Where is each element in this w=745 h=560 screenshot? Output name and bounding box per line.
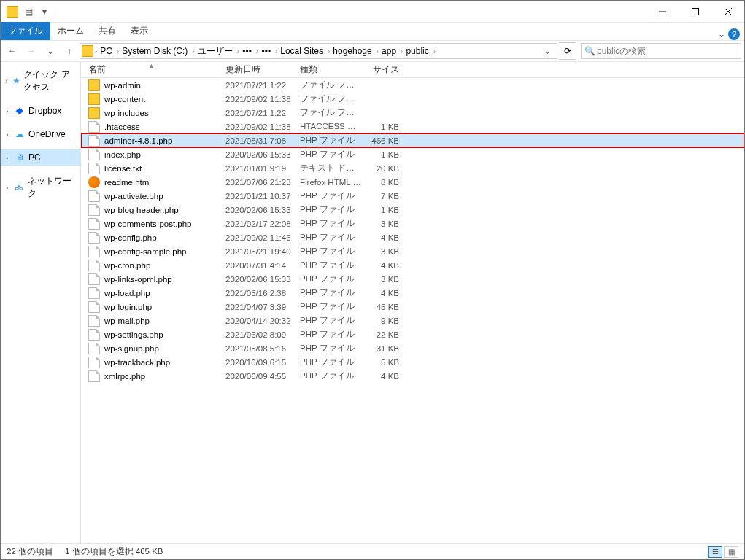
breadcrumb-dropdown[interactable]: ⌄: [539, 46, 555, 56]
chevron-right-icon[interactable]: ›: [4, 184, 10, 192]
file-icon: [88, 370, 100, 382]
file-icon: [88, 329, 100, 341]
minimize-button[interactable]: [646, 1, 679, 23]
table-row[interactable]: wp-blog-header.php2020/02/06 15:33PHP ファ…: [81, 203, 744, 217]
table-row[interactable]: xmlrpc.php2020/06/09 4:55PHP ファイル4 KB: [81, 369, 744, 383]
qat-properties-icon[interactable]: ▤: [23, 6, 34, 18]
qat-chevron-icon[interactable]: ▾: [39, 6, 50, 18]
file-name: wp-includes: [104, 109, 149, 117]
table-row[interactable]: wp-config.php2021/09/02 11:46PHP ファイル4 K…: [81, 230, 744, 244]
file-icon: [88, 218, 100, 230]
table-row[interactable]: wp-signup.php2021/05/08 5:16PHP ファイル31 K…: [81, 341, 744, 355]
breadcrumb-segment[interactable]: app: [379, 46, 401, 56]
table-row[interactable]: wp-load.php2021/05/16 2:38PHP ファイル4 KB: [81, 286, 744, 300]
file-size: 1 KB: [363, 150, 404, 159]
file-type: PHP ファイル: [300, 204, 363, 215]
table-row[interactable]: wp-cron.php2020/07/31 4:14PHP ファイル4 KB: [81, 258, 744, 272]
table-row[interactable]: wp-admin2021/07/21 1:22ファイル フォルダー: [81, 78, 744, 92]
file-name: wp-config.php: [104, 233, 157, 242]
column-date[interactable]: 更新日時: [225, 63, 300, 76]
table-row[interactable]: wp-content2021/09/02 11:38ファイル フォルダー: [81, 92, 744, 106]
table-row[interactable]: wp-config-sample.php2021/05/21 19:40PHP …: [81, 244, 744, 258]
refresh-button[interactable]: ⟳: [559, 42, 576, 60]
table-row[interactable]: wp-activate.php2021/01/21 10:37PHP ファイル7…: [81, 189, 744, 203]
breadcrumb[interactable]: › PC›System Disk (C:)›ユーザー›▪▪▪›▪▪▪›Local…: [80, 43, 557, 59]
file-name: wp-admin: [104, 81, 141, 90]
file-type: ファイル フォルダー: [300, 93, 363, 104]
forward-button[interactable]: →: [23, 42, 40, 60]
titlebar[interactable]: ▤ ▾: [1, 1, 744, 23]
breadcrumb-segment[interactable]: Local Sites: [277, 46, 328, 56]
chevron-right-icon[interactable]: ›: [4, 154, 11, 162]
table-row[interactable]: license.txt2021/01/01 9:19テキスト ドキュメント20 …: [81, 161, 744, 175]
table-row[interactable]: wp-trackback.php2020/10/09 6:15PHP ファイル5…: [81, 355, 744, 369]
table-row[interactable]: wp-mail.php2020/04/14 20:32PHP ファイル9 KB: [81, 314, 744, 327]
ribbon-expand-icon[interactable]: ⌄: [718, 29, 725, 39]
file-name: adminer-4.8.1.php: [104, 136, 172, 145]
breadcrumb-segment[interactable]: ▪▪▪: [258, 46, 275, 56]
column-name[interactable]: 名前: [88, 63, 225, 76]
table-row[interactable]: wp-comments-post.php2021/02/17 22:08PHP …: [81, 217, 744, 230]
up-button[interactable]: ↑: [61, 42, 78, 60]
chevron-right-icon[interactable]: ›: [4, 131, 11, 139]
file-type: PHP ファイル: [300, 370, 363, 381]
details-view-button[interactable]: ☰: [708, 546, 722, 558]
sidebar-item-label: Dropbox: [28, 106, 61, 116]
breadcrumb-segment[interactable]: ▪▪▪: [239, 46, 256, 56]
breadcrumb-segment[interactable]: PC: [97, 46, 117, 56]
breadcrumb-segment[interactable]: hogehoge: [330, 46, 376, 56]
tab-file[interactable]: ファイル: [1, 22, 50, 40]
table-row[interactable]: wp-login.php2021/04/07 3:39PHP ファイル45 KB: [81, 300, 744, 314]
table-row[interactable]: wp-includes2021/07/21 1:22ファイル フォルダー: [81, 106, 744, 120]
file-date: 2021/01/01 9:19: [225, 164, 300, 173]
search-box[interactable]: 🔍: [581, 43, 741, 59]
file-type: PHP ファイル: [300, 260, 363, 271]
file-date: 2021/04/07 3:39: [225, 303, 300, 311]
table-row[interactable]: adminer-4.8.1.php2021/08/31 7:08PHP ファイル…: [81, 133, 744, 147]
file-name: wp-cron.php: [104, 261, 150, 270]
search-input[interactable]: [595, 45, 738, 57]
maximize-button[interactable]: [679, 1, 711, 23]
file-name: xmlrpc.php: [104, 372, 145, 381]
file-icon: [88, 163, 100, 174]
sidebar-item-dropbox[interactable]: › ❖ Dropbox: [1, 103, 80, 119]
sidebar-item-pc[interactable]: › 🖥 PC: [1, 149, 80, 166]
sidebar-item-quick-access[interactable]: › ★ クイック アクセス: [1, 66, 80, 96]
file-type: テキスト ドキュメント: [300, 163, 363, 174]
table-row[interactable]: wp-settings.php2021/06/02 8:09PHP ファイル22…: [81, 327, 744, 341]
back-button[interactable]: ←: [4, 42, 21, 60]
file-size: 1 KB: [363, 122, 404, 131]
network-icon: 🖧: [13, 182, 24, 193]
file-icon: [88, 121, 100, 133]
column-size[interactable]: サイズ: [363, 63, 404, 76]
help-icon[interactable]: ?: [728, 28, 740, 40]
file-name: wp-blog-header.php: [104, 206, 179, 214]
table-row[interactable]: index.php2020/02/06 15:33PHP ファイル1 KB: [81, 147, 744, 161]
chevron-right-icon[interactable]: ›: [433, 47, 436, 55]
close-button[interactable]: [711, 1, 744, 23]
table-row[interactable]: readme.html2021/07/06 21:23Firefox HTML …: [81, 175, 744, 189]
file-date: 2020/10/09 6:15: [225, 358, 300, 367]
ribbon-tabs: ファイル ホーム 共有 表示 ⌄ ?: [1, 23, 744, 40]
sidebar-item-network[interactable]: › 🖧 ネットワーク: [1, 173, 80, 202]
breadcrumb-segment[interactable]: ユーザー: [195, 45, 237, 58]
thumbnails-view-button[interactable]: ▦: [724, 546, 738, 558]
tab-share[interactable]: 共有: [91, 22, 123, 40]
chevron-right-icon[interactable]: ›: [4, 107, 11, 115]
recent-button[interactable]: ⌄: [42, 42, 59, 60]
breadcrumb-segment[interactable]: System Disk (C:): [119, 46, 192, 56]
file-size: 3 KB: [363, 275, 404, 284]
breadcrumb-segment[interactable]: public: [403, 46, 433, 56]
file-type: PHP ファイル: [300, 301, 363, 312]
file-date: 2020/07/31 4:14: [225, 261, 300, 270]
file-size: 5 KB: [363, 358, 404, 367]
chevron-right-icon[interactable]: ›: [4, 77, 9, 85]
file-size: 7 KB: [363, 192, 404, 201]
column-type[interactable]: 種類: [300, 63, 363, 76]
sidebar-item-onedrive[interactable]: › ☁ OneDrive: [1, 126, 80, 142]
table-row[interactable]: .htaccess2021/09/02 11:38HTACCESS ファイル1 …: [81, 120, 744, 133]
tab-home[interactable]: ホーム: [50, 22, 91, 40]
tab-view[interactable]: 表示: [123, 22, 155, 40]
table-row[interactable]: wp-links-opml.php2020/02/06 15:33PHP ファイ…: [81, 272, 744, 286]
file-type: PHP ファイル: [300, 218, 363, 229]
